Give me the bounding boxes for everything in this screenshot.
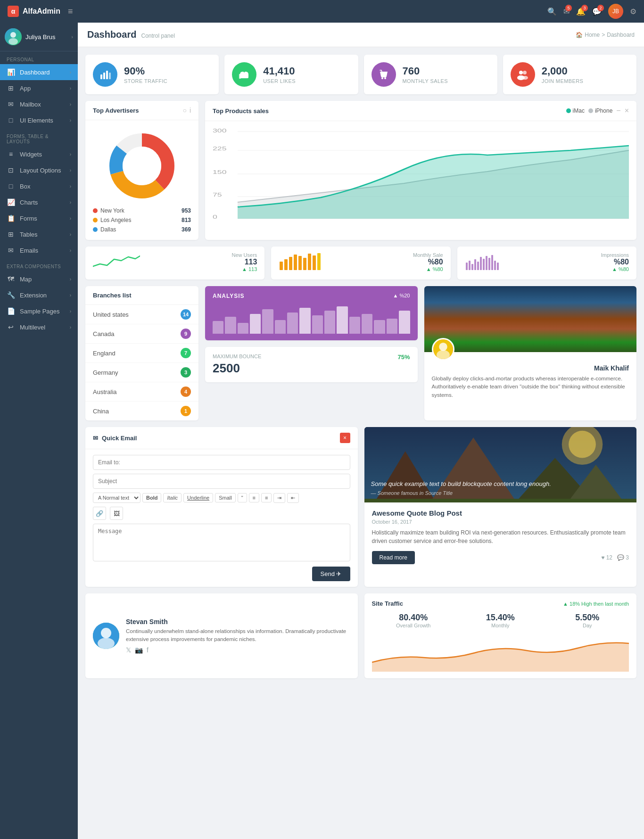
arrow-icon: ›	[70, 232, 71, 237]
page-title: Dashboard	[87, 29, 136, 40]
svg-rect-45	[466, 263, 468, 270]
sidebar-item-mailbox[interactable]: ✉ Mailbox ›	[0, 96, 78, 112]
sidebar-label-box: Box	[20, 183, 65, 190]
qe-toolbar: A Normal text Bold Italic Underline Smal…	[93, 493, 350, 503]
sidebar-item-tables[interactable]: ⊞ Tables ›	[0, 226, 78, 242]
qe-subject-input[interactable]	[93, 474, 350, 489]
stat-value-traffic: 90%	[124, 65, 167, 77]
svg-rect-41	[303, 258, 306, 270]
tables-icon: ⊞	[7, 230, 15, 238]
qe-outdent-btn[interactable]: ⇤	[287, 493, 299, 503]
sidebar-item-box[interactable]: □ Box ›	[0, 178, 78, 194]
svg-rect-56	[497, 263, 499, 270]
branch-name-england: England	[93, 350, 116, 357]
profile-text: Globally deploy clicks-and-mortar produc…	[432, 375, 629, 399]
st-lbl-day: Day	[546, 623, 629, 628]
svg-point-69	[101, 628, 111, 638]
sample-icon: 📄	[7, 307, 15, 315]
branch-name-australia: Australia	[93, 388, 117, 395]
qe-quote-btn[interactable]: "	[238, 493, 247, 502]
advertisers-info-icon[interactable]: i	[190, 107, 191, 114]
dashboard-icon: 📊	[7, 68, 15, 76]
sidebar-item-widgets[interactable]: ≡ Widgets ›	[0, 146, 78, 162]
sidebar-item-emails[interactable]: ✉ Emails ›	[0, 242, 78, 258]
qe-format-select[interactable]: A Normal text	[93, 493, 140, 503]
settings-icon[interactable]: ⚙	[630, 7, 636, 16]
blog-title: Awesome Quote Blog Post	[372, 509, 629, 517]
products-close-icon[interactable]: ×	[625, 107, 629, 115]
qe-ol-btn[interactable]: ≡	[261, 493, 272, 502]
svg-rect-46	[469, 261, 471, 270]
sidebar-item-multilevel[interactable]: ↩ Multilevel ›	[0, 319, 78, 335]
facebook-icon[interactable]: f	[147, 646, 149, 654]
sidebar-section-extra: EXTRA COMPONENTS	[0, 258, 78, 271]
send-button[interactable]: Send ✈	[312, 567, 350, 581]
profile-socials: 𝕏 📷 f	[126, 646, 350, 654]
traffic-icon	[93, 62, 117, 87]
svg-rect-43	[313, 255, 316, 270]
qe-link-btn[interactable]: 🔗	[93, 507, 106, 520]
svg-rect-5	[106, 71, 108, 79]
branches-list: Branches list United states 14 Canada 9 …	[85, 286, 198, 420]
stat-value-members: 2,000	[542, 65, 584, 77]
qe-ul-btn[interactable]: ≡	[249, 493, 259, 502]
sidebar-item-extension[interactable]: 🔧 Extension ›	[0, 287, 78, 303]
imac-dot	[566, 108, 571, 113]
sidebar-item-layout[interactable]: ⊡ Layout Options ›	[0, 162, 78, 178]
user-avatar-topnav[interactable]: JB	[608, 4, 623, 19]
top-products-panel: Top Products sales iMac iPhone −	[205, 101, 636, 240]
arrow-icon: ›	[70, 168, 71, 173]
mail-badge: 5	[565, 5, 572, 11]
sidebar-user-avatar	[5, 28, 22, 45]
mailbox-icon: ✉	[7, 100, 15, 108]
svg-point-1	[10, 32, 16, 38]
new-users-card: New Users 113 ▲ 113	[85, 247, 264, 280]
instagram-icon[interactable]: 📷	[135, 646, 143, 654]
sidebar-item-app[interactable]: ⊞ App ›	[0, 80, 78, 96]
sidebar-item-dashboard[interactable]: 📊 Dashboard ›	[0, 64, 78, 80]
sidebar-item-forms[interactable]: 📋 Forms ›	[0, 210, 78, 226]
blog-text: Holistically maximize team building ROI …	[372, 528, 629, 545]
qe-header: ✉ Quick Email ×	[85, 427, 358, 449]
sidebar-label-extension: Extension	[20, 292, 65, 299]
sidebar-item-sample[interactable]: 📄 Sample Pages ›	[0, 303, 78, 319]
arrow-icon: ›	[70, 293, 71, 298]
qe-bold-btn[interactable]: Bold	[142, 493, 161, 502]
mail-icon[interactable]: ✉5	[563, 7, 570, 16]
search-icon[interactable]: 🔍	[547, 7, 557, 16]
sidebar-item-ui-elements[interactable]: □ UI Elements ›	[0, 112, 78, 128]
stat-label-traffic: STORE TRAFFIC	[124, 78, 167, 84]
products-minimize-icon[interactable]: −	[616, 107, 620, 115]
blog-hero: Some quick example text to build blockqu…	[364, 427, 637, 502]
read-more-button[interactable]: Read more	[372, 551, 415, 564]
qe-small-btn[interactable]: Small	[215, 493, 236, 502]
qe-close-button[interactable]: ×	[340, 433, 350, 443]
qe-underline-btn[interactable]: Underline	[183, 493, 213, 502]
legend-dallas: Dallas 369	[93, 225, 191, 234]
qe-italic-btn[interactable]: Italic	[163, 493, 182, 502]
qe-image-btn[interactable]: 🖼	[110, 507, 123, 520]
sidebar-label-dashboard: Dashboard	[20, 69, 65, 76]
products-chart: 300 225 150 75 0	[205, 121, 636, 225]
qe-message-textarea[interactable]	[93, 524, 350, 561]
sidebar-user[interactable]: Juliya Brus ›	[0, 23, 78, 51]
twitter-icon[interactable]: 𝕏	[126, 646, 131, 654]
a-bar-6	[275, 320, 286, 334]
hamburger-icon[interactable]: ≡	[68, 7, 73, 16]
sidebar-item-map[interactable]: 🗺 Map ›	[0, 271, 78, 287]
topnav: α AlfaAdmin ≡ 🔍 ✉5 🔔3 💬2 JB ⚙	[0, 0, 644, 23]
sidebar-item-charts[interactable]: 📈 Charts ›	[0, 194, 78, 210]
svg-point-8	[381, 77, 383, 79]
products-legend-iphone: iPhone	[588, 107, 612, 114]
qe-email-input[interactable]	[93, 455, 350, 470]
branch-name-germany: Germany	[93, 369, 118, 376]
svg-rect-38	[289, 257, 292, 270]
advertisers-circle-icon[interactable]: ○	[182, 107, 186, 114]
message-icon[interactable]: 💬2	[592, 7, 602, 16]
branch-china: China 1	[85, 402, 198, 420]
bell-icon[interactable]: 🔔3	[576, 7, 586, 16]
members-icon	[511, 62, 535, 87]
svg-rect-3	[100, 74, 102, 79]
sidebar-label-map: Map	[20, 276, 65, 283]
qe-indent-btn[interactable]: ⇥	[273, 493, 285, 503]
